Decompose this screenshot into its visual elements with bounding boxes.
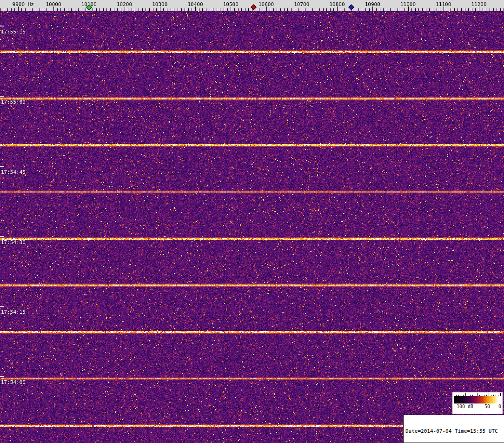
freq-tick: [380, 8, 380, 11]
freq-marker-blue[interactable]: [348, 4, 354, 10]
freq-tick: [383, 8, 384, 11]
freq-axis-label: 10600: [259, 1, 274, 7]
freq-tick: [29, 8, 29, 11]
freq-tick: [36, 8, 36, 11]
freq-tick: [46, 8, 47, 11]
freq-tick: [220, 8, 220, 11]
freq-tick: [224, 8, 224, 11]
freq-tick: [362, 8, 362, 11]
freq-tick: [210, 8, 210, 11]
freq-tick: [433, 8, 433, 11]
freq-tick: [312, 8, 313, 11]
info-line-date: Date=2014-07-04 Time=15:55 UTC: [405, 428, 502, 434]
freq-tick: [60, 8, 61, 11]
legend-label-mid: -50: [482, 404, 490, 409]
freq-tick: [139, 8, 139, 11]
freq-tick: [468, 8, 469, 11]
freq-tick: [21, 8, 22, 11]
freq-tick: [326, 8, 327, 11]
legend-tick: [491, 395, 491, 396]
freq-tick: [7, 8, 8, 11]
freq-tick: [149, 8, 150, 11]
freq-tick: [86, 8, 86, 11]
freq-tick: [32, 8, 33, 11]
legend-tick: [486, 395, 487, 396]
freq-axis-label: 10500: [223, 1, 239, 7]
freq-tick: [178, 8, 178, 11]
freq-tick: [227, 8, 228, 11]
freq-tick: [358, 8, 359, 11]
freq-tick: [4, 8, 4, 11]
freq-tick: [11, 8, 12, 11]
legend-tick: [498, 395, 498, 396]
freq-tick: [234, 8, 235, 11]
freq-tick: [305, 8, 305, 11]
freq-tick: [440, 8, 440, 11]
freq-tick: [199, 8, 199, 11]
legend-tick: [458, 395, 459, 396]
legend-tick: [465, 393, 466, 396]
freq-tick: [185, 8, 185, 11]
freq-tick: [259, 8, 259, 11]
freq-tick: [68, 8, 68, 11]
freq-tick: [461, 8, 462, 11]
freq-tick: [291, 8, 292, 11]
freq-tick: [465, 8, 465, 11]
freq-tick: [437, 8, 437, 11]
freq-tick: [341, 8, 341, 11]
freq-tick: [277, 8, 277, 11]
freq-tick: [75, 8, 75, 11]
freq-tick: [174, 8, 174, 11]
freq-tick: [96, 8, 97, 11]
freq-tick: [153, 8, 153, 11]
freq-axis-label: 10700: [294, 1, 309, 7]
freq-tick: [280, 8, 281, 11]
freq-tick: [78, 8, 79, 11]
freq-tick: [64, 8, 65, 11]
freq-tick: [330, 8, 331, 11]
freq-tick: [93, 8, 93, 11]
freq-tick: [110, 8, 111, 11]
freq-tick: [344, 8, 345, 11]
freq-axis-label: 11000: [400, 1, 416, 7]
freq-tick: [323, 8, 324, 11]
freq-tick: [99, 8, 100, 11]
freq-tick: [121, 8, 121, 11]
freq-tick: [429, 8, 430, 11]
freq-tick: [472, 8, 472, 11]
freq-axis-label: 11100: [436, 1, 451, 7]
freq-tick: [454, 8, 455, 11]
legend-label-max: 0: [498, 404, 501, 409]
freq-tick: [163, 8, 164, 11]
freq-tick: [192, 8, 192, 11]
freq-tick: [188, 8, 189, 11]
info-box: Date=2014-07-04 Time=15:55 UTC Freq=143 …: [403, 415, 504, 443]
freq-tick: [500, 8, 501, 11]
legend-tick-ruler: [454, 393, 501, 396]
freq-tick: [248, 8, 249, 11]
freq-tick: [238, 8, 239, 11]
frequency-axis[interactable]: 9900 Hz100001010010200103001040010500106…: [0, 0, 504, 11]
freq-tick: [309, 8, 309, 11]
freq-tick: [426, 8, 426, 11]
legend-tick: [475, 395, 475, 396]
legend-gradient-bar: [454, 396, 501, 403]
freq-tick: [365, 8, 366, 11]
freq-tick: [50, 8, 50, 11]
spectrogram-canvas[interactable]: [0, 11, 504, 443]
freq-tick: [497, 8, 497, 11]
freq-tick: [245, 8, 245, 11]
legend-tick: [456, 395, 457, 396]
freq-tick: [418, 8, 419, 11]
freq-tick: [213, 8, 213, 11]
freq-tick: [241, 8, 242, 11]
legend-tick: [484, 395, 484, 396]
freq-axis-label: 10900: [365, 1, 380, 7]
legend-labels: -100 dB -50 0: [454, 404, 501, 409]
freq-tick: [411, 8, 412, 11]
freq-tick: [103, 8, 104, 11]
legend-tick: [496, 395, 496, 396]
freq-tick: [128, 8, 128, 11]
legend-tick: [482, 395, 482, 396]
freq-tick: [40, 8, 40, 11]
